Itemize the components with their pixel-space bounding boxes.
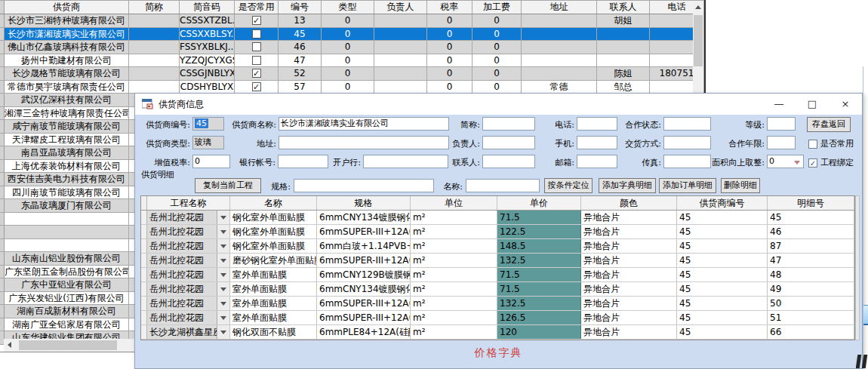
detail-row[interactable]: 长沙龙湖祺鑫星座钢化双面不贴膜6mmPLE84+12A(硅酮胶...m²120异… [141,325,854,340]
abbr-input[interactable] [482,117,535,131]
vertical-scrollbar[interactable] [693,2,703,93]
email-input[interactable] [577,155,617,168]
project-combo[interactable]: 岳州北控花园 [147,297,230,310]
cell-fee: 0 [472,28,522,41]
locate-by-condition-button[interactable]: 按条件定位 [544,178,593,193]
column-header-tax[interactable]: 税率 [427,1,472,14]
delete-detail-button[interactable]: 删除明细 [721,178,760,193]
mobile-input[interactable] [577,136,617,149]
grid-column-header-5[interactable]: 颜色 [581,196,677,210]
supplier-row[interactable]: 长沙市潇湘玻璃实业有限公司CSSXXBLSY...45000 [0,28,705,42]
combo-arrow-button[interactable] [217,311,229,324]
combo-arrow-button[interactable] [217,325,229,339]
contact-input[interactable] [482,155,535,168]
combo-arrow-button[interactable] [217,254,229,267]
supplier-row[interactable]: 常德市昊宇玻璃有限责任公司CDSHYBLYX✓57000常德邹总 [0,81,705,94]
bank_account-input[interactable] [278,155,328,168]
detail-row[interactable]: 岳州北控花园钢化室外单面贴膜6mm白玻+1.14PVB+6mm...m²148.… [141,239,854,254]
vertical-scrollbar-thumb[interactable] [694,15,703,66]
grid-column-header-4[interactable]: 单价 [497,196,581,210]
common-checkbox[interactable]: ✓ [252,16,261,25]
column-header-addr[interactable]: 地址 [522,1,597,14]
project-combo[interactable]: 岳州北控花园 [147,282,230,296]
combo-arrow-button[interactable] [217,297,229,310]
grid-column-header-1[interactable]: 名称 [230,196,317,210]
scroll-left-icon[interactable] [8,342,11,348]
detail-row[interactable]: 岳州北控花园室外单面贴膜6mmSUPER-III+12A(硅...m²126.5… [141,311,854,325]
project-combo[interactable]: 岳州北控花园 [147,211,230,224]
combo-arrow-button[interactable] [217,239,229,253]
horizontal-scrollbar-thumb[interactable] [19,340,117,350]
common-checkbox[interactable] [252,42,261,51]
supplier_type-input[interactable]: 玻璃 [192,136,224,149]
grid-column-header-3[interactable]: 单位 [411,196,497,210]
minimize-icon[interactable]: — [762,94,796,114]
checkbox-icon[interactable] [808,140,817,149]
supplier-row[interactable]: 扬州中勤建材有限公司YZZQJCYXGS47000 [0,54,705,68]
common-use-checkbox[interactable]: 是否常用 [808,138,854,149]
detail-row[interactable]: 岳州北控花园钢化室外单面贴膜6mmCNY134镀膜钢化m²71.5异地合片454… [141,211,854,225]
project-combo[interactable]: 岳州北控花园 [147,225,230,238]
vat-input[interactable]: 0 [192,155,230,168]
common-checkbox[interactable] [252,29,261,38]
project-combo[interactable]: 岳州北控花园 [147,268,230,281]
cell-col2: 6mmSUPER-III+12A(硅... [317,297,411,310]
project-bind-checkbox[interactable]: ✓ 工程绑定 [808,157,854,168]
area_round-dropdown[interactable]: 0 [767,155,804,168]
detail-row[interactable]: 岳州北控花园磨砂钢化室外单面贴膜6mmSUPER-III+12A(硅...m²1… [141,254,854,268]
close-icon[interactable]: × [829,94,862,114]
column-header-num[interactable]: 编号 [279,1,322,14]
combo-arrow-button[interactable] [217,225,229,238]
column-header-fee[interactable]: 加工费 [472,1,522,14]
grid-column-header-0[interactable]: 工程名称 [147,196,230,210]
add-dictionary-detail-button[interactable]: 添加字典明细 [599,178,656,193]
name-filter-input[interactable] [466,179,540,192]
project-combo[interactable]: 岳州北控花园 [147,254,230,267]
cell-col3: m² [411,211,497,224]
column-header-abbr[interactable]: 简称 [129,1,180,14]
common-checkbox[interactable] [252,56,261,65]
detail-grid-scrollbar[interactable] [855,195,860,340]
coop_years-input[interactable] [767,136,796,149]
address-input[interactable] [279,136,449,149]
grid-column-header-2[interactable]: 规格 [317,196,411,210]
project-combo[interactable]: 岳州北控花园 [147,239,230,253]
detail-row[interactable]: 岳州北控花园室外单面贴膜6mmSUPER-III+12A(硅...m²132.5… [141,297,854,311]
project-combo[interactable]: 长沙龙湖祺鑫星座 [147,325,230,339]
detail-row[interactable]: 岳州北控花园室外单面贴膜6mmCNY129B镀膜钢化m²71.5异地合片4548 [141,268,854,282]
chevron-down-icon[interactable] [794,161,800,165]
combo-arrow-button[interactable] [217,282,229,296]
detail-row[interactable]: 岳州北控花园钢化室外单面贴膜6mmSUPER-III+12A(硅...m²122… [141,225,854,239]
manager-input[interactable] [482,136,535,149]
column-header-manager[interactable]: 负责人 [374,1,427,14]
common-checkbox[interactable]: ✓ [252,82,261,91]
common-checkbox[interactable]: ✓ [252,69,261,78]
supplier-row[interactable]: 长沙市三湘特种玻璃有限公司CSSSXTZBL...✓13000胡姐 [0,14,705,28]
coop_status-input[interactable] [663,117,711,131]
delivery-input[interactable] [663,136,711,149]
supplier_name-input[interactable]: 长沙市潇湘玻璃实业有限公司 [279,117,449,131]
combo-arrow-button[interactable] [217,211,229,224]
project-combo[interactable]: 岳州北控花园 [147,311,230,324]
supplier-row[interactable]: 佛山市亿鑫玻璃科技有限公司FSSYXBLKJ...46000 [0,41,705,54]
supplier_no-input[interactable]: 45 [192,117,224,131]
column-header-code[interactable]: 简音码 [180,1,235,14]
scroll-up-icon[interactable] [695,5,701,9]
column-header-supplier[interactable]: 供货商 [5,1,129,14]
phone-input[interactable] [577,117,617,131]
spec-filter-input[interactable] [294,179,434,192]
column-header-type[interactable]: 类型 [322,1,374,14]
grid-column-header-7[interactable]: 明细号 [768,196,854,210]
grid-column-header-6[interactable]: 供货商编号 [677,196,768,210]
column-header-common[interactable]: 是否常用 [235,1,279,14]
save-return-button[interactable]: 存盘返回 [807,117,851,132]
column-header-contact[interactable]: 联系人 [597,1,650,14]
detail-row[interactable]: 岳州北控花园室外单面贴膜6mmCNY134镀膜钢化m²71.5异地合片4549 [141,282,854,297]
add-order-detail-button[interactable]: 添加订单明细 [659,178,716,193]
combo-arrow-button[interactable] [217,268,229,281]
grade-input[interactable] [767,117,796,131]
bank-input[interactable] [363,155,448,168]
maximize-icon[interactable]: □ [796,94,829,114]
checkbox-checked-icon[interactable]: ✓ [808,158,817,168]
supplier-row[interactable]: 长沙晟格节能玻璃有限公司CSSGJNBLYXGS✓52000陈姐180751 [0,67,705,81]
